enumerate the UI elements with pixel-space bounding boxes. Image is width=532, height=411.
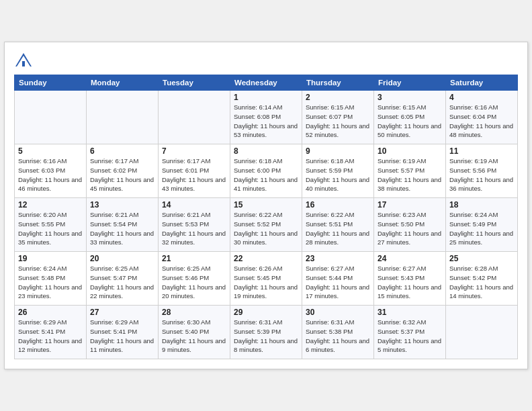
day-info: Sunrise: 6:17 AMSunset: 6:02 PMDaylight:… [90,156,154,193]
week-row: 12Sunrise: 6:20 AMSunset: 5:55 PMDayligh… [15,198,518,252]
day-info: Sunrise: 6:21 AMSunset: 5:53 PMDaylight:… [162,210,226,247]
day-cell: 9Sunrise: 6:18 AMSunset: 5:59 PMDaylight… [302,144,374,198]
day-info: Sunrise: 6:16 AMSunset: 6:03 PMDaylight:… [18,156,83,193]
day-number: 19 [18,254,83,263]
day-info: Sunrise: 6:26 AMSunset: 5:45 PMDaylight:… [234,264,298,301]
week-row: 1Sunrise: 6:14 AMSunset: 6:08 PMDaylight… [15,91,518,144]
day-number: 26 [18,308,83,317]
day-info: Sunrise: 6:30 AMSunset: 5:40 PMDaylight:… [162,318,226,355]
day-cell: 29Sunrise: 6:31 AMSunset: 5:39 PMDayligh… [230,306,302,359]
day-number: 20 [90,254,154,263]
logo-icon [14,52,33,71]
weekday-header: Tuesday [159,75,230,91]
day-number: 21 [162,254,226,263]
calendar-container: SundayMondayTuesdayWednesdayThursdayFrid… [4,42,528,369]
day-cell: 15Sunrise: 6:22 AMSunset: 5:52 PMDayligh… [230,198,302,252]
day-info: Sunrise: 6:31 AMSunset: 5:39 PMDaylight:… [234,318,298,355]
day-number: 24 [378,254,442,263]
day-info: Sunrise: 6:17 AMSunset: 6:01 PMDaylight:… [162,156,226,193]
day-number: 11 [449,146,514,156]
day-info: Sunrise: 6:19 AMSunset: 5:57 PMDaylight:… [378,156,442,193]
day-number: 1 [234,93,298,102]
day-cell: 8Sunrise: 6:18 AMSunset: 6:00 PMDaylight… [230,144,302,198]
day-cell: 2Sunrise: 6:15 AMSunset: 6:07 PMDaylight… [302,91,374,144]
day-number: 28 [162,308,226,317]
day-cell: 7Sunrise: 6:17 AMSunset: 6:01 PMDaylight… [159,144,230,198]
day-cell: 27Sunrise: 6:29 AMSunset: 5:41 PMDayligh… [87,306,159,359]
day-cell: 21Sunrise: 6:25 AMSunset: 5:46 PMDayligh… [159,252,230,306]
day-info: Sunrise: 6:25 AMSunset: 5:46 PMDaylight:… [162,264,226,301]
day-info: Sunrise: 6:20 AMSunset: 5:55 PMDaylight:… [18,210,83,247]
day-info: Sunrise: 6:22 AMSunset: 5:52 PMDaylight:… [234,210,298,247]
day-cell: 22Sunrise: 6:26 AMSunset: 5:45 PMDayligh… [230,252,302,306]
day-cell: 5Sunrise: 6:16 AMSunset: 6:03 PMDaylight… [15,144,87,198]
day-info: Sunrise: 6:25 AMSunset: 5:47 PMDaylight:… [90,264,154,301]
day-info: Sunrise: 6:15 AMSunset: 6:07 PMDaylight:… [306,103,370,140]
day-number: 10 [378,146,442,156]
day-info: Sunrise: 6:21 AMSunset: 5:54 PMDaylight:… [90,210,154,247]
day-cell: 31Sunrise: 6:32 AMSunset: 5:37 PMDayligh… [374,306,446,359]
day-number: 23 [306,254,370,263]
weekday-header: Thursday [302,75,374,91]
calendar-header: SundayMondayTuesdayWednesdayThursdayFrid… [15,75,518,91]
day-cell [446,306,518,359]
day-info: Sunrise: 6:28 AMSunset: 5:42 PMDaylight:… [449,264,514,301]
day-number: 4 [449,93,514,102]
day-cell: 20Sunrise: 6:25 AMSunset: 5:47 PMDayligh… [87,252,159,306]
day-cell: 17Sunrise: 6:23 AMSunset: 5:50 PMDayligh… [374,198,446,252]
day-info: Sunrise: 6:31 AMSunset: 5:38 PMDaylight:… [306,318,370,355]
weekday-header: Friday [374,75,446,91]
day-number: 8 [234,146,298,156]
day-cell: 18Sunrise: 6:24 AMSunset: 5:49 PMDayligh… [446,198,518,252]
calendar-table: SundayMondayTuesdayWednesdayThursdayFrid… [14,75,518,359]
day-cell: 3Sunrise: 6:15 AMSunset: 6:05 PMDaylight… [374,91,446,144]
day-cell: 26Sunrise: 6:29 AMSunset: 5:41 PMDayligh… [15,306,87,359]
week-row: 26Sunrise: 6:29 AMSunset: 5:41 PMDayligh… [15,306,518,359]
day-info: Sunrise: 6:18 AMSunset: 5:59 PMDaylight:… [306,156,370,193]
day-info: Sunrise: 6:23 AMSunset: 5:50 PMDaylight:… [378,210,442,247]
header [14,49,518,71]
day-info: Sunrise: 6:24 AMSunset: 5:48 PMDaylight:… [18,264,83,301]
day-cell: 14Sunrise: 6:21 AMSunset: 5:53 PMDayligh… [159,198,230,252]
day-cell: 16Sunrise: 6:22 AMSunset: 5:51 PMDayligh… [302,198,374,252]
weekday-header: Saturday [446,75,518,91]
day-info: Sunrise: 6:18 AMSunset: 6:00 PMDaylight:… [234,156,298,193]
day-info: Sunrise: 6:29 AMSunset: 5:41 PMDaylight:… [90,318,154,355]
day-number: 31 [378,308,442,317]
day-info: Sunrise: 6:29 AMSunset: 5:41 PMDaylight:… [18,318,83,355]
day-cell: 10Sunrise: 6:19 AMSunset: 5:57 PMDayligh… [374,144,446,198]
day-cell [15,91,87,144]
weekday-header: Monday [87,75,159,91]
calendar-body: 1Sunrise: 6:14 AMSunset: 6:08 PMDaylight… [15,91,518,359]
logo [14,52,36,71]
day-info: Sunrise: 6:15 AMSunset: 6:05 PMDaylight:… [378,103,442,140]
weekday-row: SundayMondayTuesdayWednesdayThursdayFrid… [15,75,518,91]
day-cell: 1Sunrise: 6:14 AMSunset: 6:08 PMDaylight… [230,91,302,144]
day-cell: 23Sunrise: 6:27 AMSunset: 5:44 PMDayligh… [302,252,374,306]
day-cell [87,91,159,144]
weekday-header: Wednesday [230,75,302,91]
day-number: 7 [162,146,226,156]
weekday-header: Sunday [15,75,87,91]
day-number: 14 [162,200,226,210]
day-cell: 30Sunrise: 6:31 AMSunset: 5:38 PMDayligh… [302,306,374,359]
day-number: 2 [306,93,370,102]
day-cell: 12Sunrise: 6:20 AMSunset: 5:55 PMDayligh… [15,198,87,252]
week-row: 19Sunrise: 6:24 AMSunset: 5:48 PMDayligh… [15,252,518,306]
day-cell: 11Sunrise: 6:19 AMSunset: 5:56 PMDayligh… [446,144,518,198]
day-number: 16 [306,200,370,210]
day-number: 6 [90,146,154,156]
day-info: Sunrise: 6:24 AMSunset: 5:49 PMDaylight:… [449,210,514,247]
day-cell: 24Sunrise: 6:27 AMSunset: 5:43 PMDayligh… [374,252,446,306]
day-number: 13 [90,200,154,210]
day-number: 12 [18,200,83,210]
day-number: 29 [234,308,298,317]
day-cell: 19Sunrise: 6:24 AMSunset: 5:48 PMDayligh… [15,252,87,306]
day-info: Sunrise: 6:22 AMSunset: 5:51 PMDaylight:… [306,210,370,247]
day-number: 3 [378,93,442,102]
day-number: 9 [306,146,370,156]
day-number: 27 [90,308,154,317]
day-info: Sunrise: 6:27 AMSunset: 5:44 PMDaylight:… [306,264,370,301]
day-info: Sunrise: 6:14 AMSunset: 6:08 PMDaylight:… [234,103,298,140]
day-info: Sunrise: 6:32 AMSunset: 5:37 PMDaylight:… [378,318,442,355]
